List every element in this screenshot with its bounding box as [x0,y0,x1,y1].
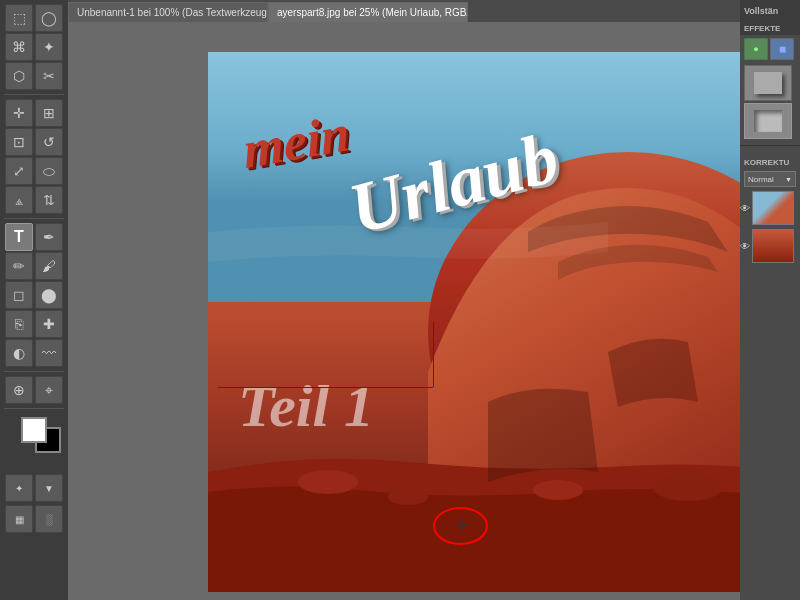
fuzzy-select-tool[interactable]: ✦ [35,33,63,61]
rotate-tool[interactable]: ↺ [35,128,63,156]
bucket-fill-tool[interactable]: ▼ [35,474,63,502]
panel-title: Vollstän [744,6,778,16]
clone-tool[interactable]: ⎘ [5,310,33,338]
shear-tool[interactable]: ⬭ [35,157,63,185]
layer-eye-icon-2[interactable]: 👁 [740,241,750,252]
align-tool[interactable]: ⊞ [35,99,63,127]
path-tool[interactable]: ✒ [35,223,63,251]
tab-unbenannt-label: Unbenannt-1 bei 100% (Das Textwerkzeug H… [77,7,268,18]
dodge-burn-tool[interactable]: ◐ [5,339,33,367]
svg-point-2 [298,470,358,494]
text-tool[interactable]: T [5,223,33,251]
panel-divider-1 [740,145,800,146]
separator-4 [4,408,64,409]
color-swatches [21,417,47,443]
blend-mode-label: Normal [748,175,774,184]
crop-tool[interactable]: ⊡ [5,128,33,156]
spacer-1 [740,148,800,156]
gradient-tool[interactable]: ░ [35,505,63,533]
tab-ayerspart[interactable]: ayerspart8.jpg bei 25% (Mein Urlaub, RGB… [268,2,468,22]
blend-tool[interactable]: ▦ [5,505,33,533]
tab-ayerspart-label: ayerspart8.jpg bei 25% (Mein Urlaub, RGB… [277,7,468,18]
color-picker-tool[interactable]: ✦ [5,474,33,502]
right-panel: Vollstän EFFEKTE ● ◼ KORREKTU Normal ▼ 👁 [740,0,800,600]
zoom-tool[interactable]: ⊕ [5,376,33,404]
photo-background: mein Urlaub Teil 1 ✛ [208,52,740,592]
flip-tool[interactable]: ⇅ [35,186,63,214]
blend-mode-dropdown[interactable]: Normal ▼ [744,171,796,187]
layer-row-1: 👁 [740,191,800,225]
effekte-btn-1[interactable]: ● [744,38,768,60]
perspective-tool[interactable]: ⟁ [5,186,33,214]
svg-point-4 [533,480,583,500]
separator-1 [4,94,64,95]
tab-bar: Unbenannt-1 bei 100% (Das Textwerkzeug H… [68,0,740,22]
layer-row-2: 👁 [740,229,800,263]
scale-tool[interactable]: ⤢ [5,157,33,185]
blend-mode-chevron: ▼ [785,176,792,183]
free-select-tool[interactable]: ⌘ [5,33,33,61]
effekte-icons: ● ◼ [740,35,800,63]
tab-unbenannt[interactable]: Unbenannt-1 bei 100% (Das Textwerkzeug H… [68,2,268,22]
heal-tool[interactable]: ✚ [35,310,63,338]
panel-header: Vollstän [740,0,800,22]
eraser-tool[interactable]: ◻ [5,281,33,309]
svg-point-3 [388,489,428,505]
korrektur-section-title: KORREKTU [740,156,800,169]
airbrush-tool[interactable]: ⬤ [35,281,63,309]
layer-eye-icon-1[interactable]: 👁 [740,203,750,214]
effekte-section-title: EFFEKTE [740,22,800,35]
main-area: Unbenannt-1 bei 100% (Das Textwerkzeug H… [68,0,740,600]
smudge-tool[interactable]: 〰 [35,339,63,367]
canvas-area[interactable]: mein Urlaub Teil 1 ✛ [68,22,740,600]
scissors-select-tool[interactable]: ✂ [35,62,63,90]
ellipse-select-tool[interactable]: ◯ [35,4,63,32]
cursor-move-icon: ✛ [456,516,469,535]
separator-2 [4,218,64,219]
rectangle-select-tool[interactable]: ⬚ [5,4,33,32]
svg-point-5 [653,473,723,501]
toolbar: ⬚ ◯ ⌘ ✦ ⬡ ✂ ✛ ⊞ ⊡ ↺ ⤢ ⬭ ⟁ ⇅ T ✒ ✏ 🖌 ◻ ⬤ … [0,0,68,600]
text-cursor-horizontal [218,387,433,388]
measure-tool[interactable]: ⌖ [35,376,63,404]
color-select-tool[interactable]: ⬡ [5,62,33,90]
image-canvas: mein Urlaub Teil 1 ✛ [208,52,740,592]
effect-square-2[interactable] [744,103,792,139]
effect-square-1[interactable] [744,65,792,101]
text-cursor-vertical [433,322,434,387]
separator-3 [4,371,64,372]
teil-text: Teil 1 [238,372,374,441]
move-tool[interactable]: ✛ [5,99,33,127]
layer-thumb-2[interactable] [752,229,794,263]
pencil-tool[interactable]: ✏ [5,252,33,280]
foreground-color[interactable] [21,417,47,443]
effekte-btn-2[interactable]: ◼ [770,38,794,60]
layer-thumb-1[interactable] [752,191,794,225]
effect-options [740,63,800,143]
paintbrush-tool[interactable]: 🖌 [35,252,63,280]
